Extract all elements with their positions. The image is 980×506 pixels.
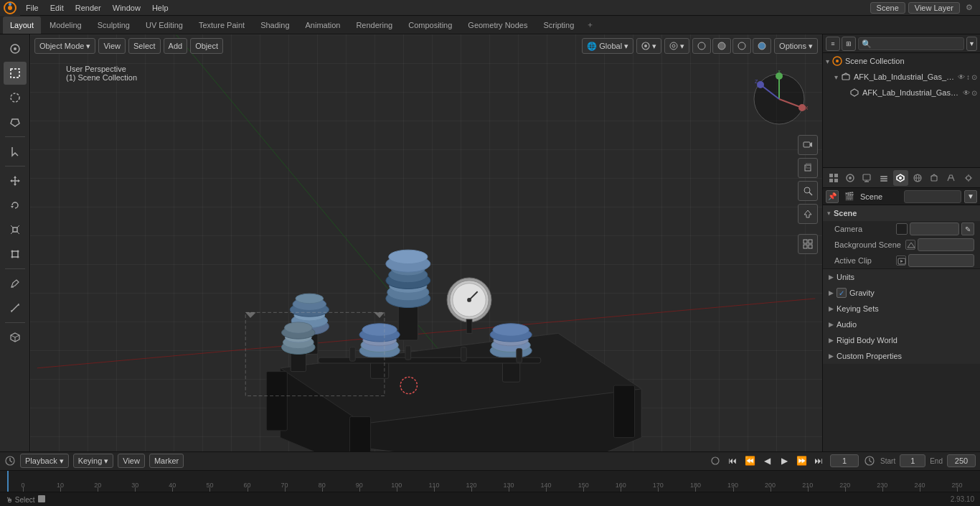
snap-toggle[interactable]: ▾ (636, 38, 661, 54)
select-menu[interactable]: Select (128, 38, 161, 54)
scene-collection-item[interactable]: ▾ Scene Collection (823, 53, 980, 69)
navigation-gizmo[interactable]: Y X Z (750, 70, 808, 128)
props-tab-world[interactable] (910, 170, 925, 186)
viewport-3d[interactable]: Object Mode ▾ View Select Add Object (30, 34, 822, 451)
scene-section-header[interactable]: ▾ Scene (823, 205, 980, 221)
tab-layout[interactable]: Layout (3, 17, 41, 34)
material-shading[interactable] (732, 38, 751, 54)
select-circle-tool[interactable] (4, 86, 27, 109)
menu-window[interactable]: Window (107, 0, 146, 16)
custom-props-section-header[interactable]: ▶ Custom Properties (823, 348, 980, 364)
props-expand-btn[interactable]: ▼ (964, 190, 977, 203)
scale-tool[interactable] (4, 218, 27, 241)
wireframe-shading[interactable] (692, 38, 711, 54)
select-lasso-tool[interactable] (4, 111, 27, 133)
snap-grid-btn[interactable] (798, 234, 818, 254)
menu-file[interactable]: File (20, 0, 44, 16)
timeline-ruler[interactable]: 0 10 20 30 40 50 60 70 80 90 100 110 120… (0, 471, 980, 492)
step-back-btn[interactable]: ⏪ (743, 454, 757, 468)
options-btn[interactable]: Options ▾ (774, 38, 818, 54)
camera-view-btn[interactable] (798, 135, 818, 155)
jump-end-btn[interactable]: ⏭ (811, 454, 826, 468)
timeline-view-btn[interactable]: View (118, 454, 145, 468)
tab-animation[interactable]: Animation (298, 17, 348, 34)
perspective-btn[interactable] (798, 158, 818, 178)
collection-item-1[interactable]: ▾ AFK_Lab_Industrial_Gas_Cont 👁 ↕ ⊙ (823, 69, 980, 85)
props-tab-output[interactable] (859, 170, 875, 186)
props-tab-active-tool[interactable] (826, 170, 841, 186)
props-tab-view-layer[interactable] (876, 170, 891, 186)
view-menu[interactable]: View (98, 38, 126, 54)
object-item-1[interactable]: ▾ AFK_Lab_Industrial_Gas_... 👁 ⊙ (823, 85, 980, 100)
rotate-tool[interactable] (4, 194, 27, 217)
units-section-header[interactable]: ▶ Units (823, 269, 980, 285)
playback-btn[interactable]: Playback ▾ (20, 454, 69, 468)
rigid-body-section-header[interactable]: ▶ Rigid Body World (823, 332, 980, 348)
add-workspace-tab[interactable]: ＋ (583, 18, 597, 32)
props-pin-btn[interactable]: 📌 (826, 190, 839, 203)
outliner-filter-icon[interactable]: ▼ (966, 37, 977, 51)
outliner-filter-btn[interactable]: ⊞ (842, 37, 856, 51)
menu-render[interactable]: Render (70, 0, 107, 16)
tab-compositing[interactable]: Compositing (401, 17, 459, 34)
active-clip-field[interactable] (908, 254, 974, 267)
frame-number-input[interactable]: 1 (830, 454, 859, 467)
background-scene-field[interactable] (918, 238, 974, 251)
object-1-visibility[interactable]: 👁 (963, 89, 970, 97)
object-menu[interactable]: Object (190, 38, 223, 54)
camera-field[interactable] (910, 222, 959, 235)
props-tab-modifier[interactable] (943, 170, 958, 186)
mode-selector[interactable]: Object Mode ▾ (34, 38, 95, 54)
add-menu[interactable]: Add (164, 38, 188, 54)
end-frame-input[interactable] (947, 454, 976, 467)
props-tab-object[interactable] (926, 170, 941, 186)
step-forward-btn[interactable]: ⏩ (794, 454, 809, 468)
scene-options-icon[interactable]: ⚙ (963, 1, 976, 14)
fly-mode-btn[interactable] (798, 204, 818, 224)
proportional-edit[interactable]: ▾ (664, 38, 689, 54)
select-box-tool[interactable] (4, 62, 27, 85)
move-tool[interactable] (4, 169, 27, 192)
solid-shading[interactable] (712, 38, 731, 54)
collection-1-visibility[interactable]: 👁 (958, 73, 965, 81)
gravity-section-header[interactable]: ▶ ✓ Gravity (823, 285, 980, 301)
tab-shading[interactable]: Shading (253, 17, 296, 34)
tab-rendering[interactable]: Rendering (349, 17, 400, 34)
tab-texture-paint[interactable]: Texture Paint (192, 17, 252, 34)
outliner-search[interactable] (858, 37, 964, 50)
annotate-tool[interactable] (4, 272, 27, 295)
gravity-checkbox[interactable]: ✓ (837, 288, 847, 298)
tab-sculpting[interactable]: Sculpting (90, 17, 137, 34)
tab-modeling[interactable]: Modeling (42, 17, 89, 34)
add-cube-tool[interactable] (4, 326, 27, 349)
rendered-shading[interactable] (753, 38, 771, 54)
start-frame-input[interactable] (900, 454, 925, 467)
menu-edit[interactable]: Edit (44, 0, 70, 16)
menu-help[interactable]: Help (146, 0, 174, 16)
zoom-btn[interactable] (798, 181, 818, 201)
tab-uv-editing[interactable]: UV Editing (138, 17, 190, 34)
props-search-input[interactable] (904, 190, 961, 203)
keying-sets-section-header[interactable]: ▶ Keying Sets (823, 301, 980, 317)
props-tab-scene[interactable] (893, 170, 908, 186)
object-1-render[interactable]: ⊙ (971, 89, 977, 97)
record-btn[interactable] (708, 454, 722, 468)
tab-geometry-nodes[interactable]: Geometry Nodes (461, 17, 534, 34)
camera-edit-btn[interactable]: ✎ (961, 222, 974, 235)
transform-global[interactable]: 🌐 Global ▾ (582, 38, 633, 54)
play-btn[interactable]: ▶ (777, 454, 791, 468)
view-layer-selector[interactable]: View Layer (908, 2, 960, 14)
cursor-tool[interactable] (4, 37, 27, 60)
transform-tool[interactable] (4, 243, 27, 266)
cursor-tool-2[interactable] (4, 140, 27, 163)
frame-rate-icon[interactable] (863, 454, 876, 467)
scene-selector[interactable]: Scene (870, 2, 905, 14)
tab-scripting[interactable]: Scripting (536, 17, 581, 34)
audio-section-header[interactable]: ▶ Audio (823, 317, 980, 332)
jump-start-btn[interactable]: ⏮ (725, 454, 740, 468)
props-tab-render[interactable] (842, 170, 857, 186)
marker-btn[interactable]: Marker (149, 454, 184, 468)
play-reverse-btn[interactable]: ◀ (760, 454, 774, 468)
collection-1-select[interactable]: ↕ (966, 73, 970, 81)
collection-1-render[interactable]: ⊙ (971, 73, 977, 81)
